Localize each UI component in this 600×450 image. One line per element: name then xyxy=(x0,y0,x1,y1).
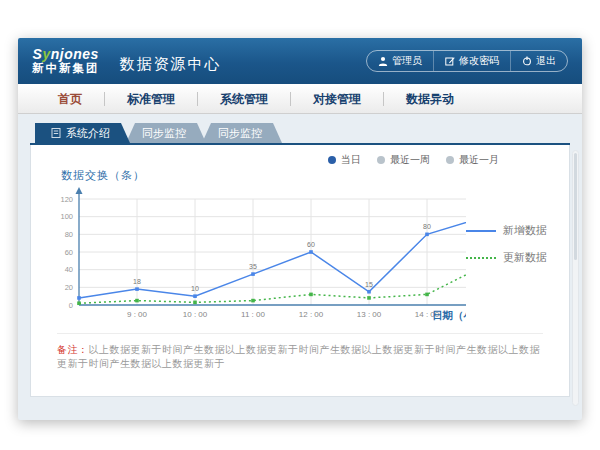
radio-label: 当日 xyxy=(341,153,361,167)
svg-text:80: 80 xyxy=(423,223,431,230)
nav-item-standard-mgmt[interactable]: 标准管理 xyxy=(104,92,197,106)
svg-text:40: 40 xyxy=(65,265,73,274)
chart-legend: 新增数据更新数据 xyxy=(466,223,555,265)
main-nav: 首页标准管理系统管理对接管理数据异动 xyxy=(18,84,582,114)
svg-text:12 : 00: 12 : 00 xyxy=(299,310,324,319)
legend-label: 更新数据 xyxy=(503,250,547,265)
user-icon xyxy=(378,56,388,66)
tab-sync-monitor-2[interactable]: 同步监控 xyxy=(202,123,282,143)
radio-today[interactable]: 当日 xyxy=(328,153,361,167)
svg-text:0: 0 xyxy=(69,301,73,310)
svg-text:13 : 00: 13 : 00 xyxy=(357,310,382,319)
content-area: 系统介绍同步监控同步监控 当日最近一周最近一月 数据交换（条） 02040608… xyxy=(18,114,582,420)
svg-text:日期（小时）: 日期（小时） xyxy=(432,309,466,322)
document-icon xyxy=(51,128,61,138)
radio-label: 最近一月 xyxy=(459,153,499,167)
svg-text:35: 35 xyxy=(249,263,257,270)
tab-label: 同步监控 xyxy=(142,123,186,143)
svg-text:20: 20 xyxy=(65,283,73,292)
legend-item-new-data: 新增数据 xyxy=(466,223,555,238)
svg-text:100: 100 xyxy=(60,212,73,221)
tab-label: 同步监控 xyxy=(218,123,262,143)
edit-icon xyxy=(445,56,455,66)
logo-subtitle: 新中新集团 xyxy=(32,62,100,75)
line-chart: 0204060801001209 : 0010 : 0011 : 0012 : … xyxy=(45,183,466,331)
user-button[interactable]: 管理员 xyxy=(367,51,433,71)
radio-dot xyxy=(328,156,336,164)
logo: Synjones 新中新集团 xyxy=(32,47,100,75)
svg-text:9 : 00: 9 : 00 xyxy=(127,310,148,319)
svg-text:10 : 00: 10 : 00 xyxy=(183,310,208,319)
legend-line-sample xyxy=(466,230,496,232)
chart-panel: 当日最近一周最近一月 数据交换（条） 0204060801001209 : 00… xyxy=(30,145,570,397)
logout-button[interactable]: 退出 xyxy=(510,51,567,71)
chart-row: 0204060801001209 : 0010 : 0011 : 0012 : … xyxy=(45,183,555,331)
svg-text:18: 18 xyxy=(133,278,141,285)
page-title: 数据资源中心 xyxy=(120,55,222,74)
svg-text:15: 15 xyxy=(365,281,373,288)
legend-label: 新增数据 xyxy=(503,223,547,238)
y-axis-title: 数据交换（条） xyxy=(61,168,555,183)
tab-sync-monitor-1[interactable]: 同步监控 xyxy=(126,123,206,143)
logo-wordmark: Synjones xyxy=(32,47,100,62)
svg-text:10: 10 xyxy=(191,285,199,292)
tab-system-intro[interactable]: 系统介绍 xyxy=(35,123,130,143)
svg-text:11 : 00: 11 : 00 xyxy=(241,310,265,319)
svg-text:60: 60 xyxy=(65,248,73,257)
radio-label: 最近一周 xyxy=(390,153,430,167)
radio-dot xyxy=(377,156,385,164)
tab-bar: 系统介绍同步监控同步监控 xyxy=(35,123,570,143)
nav-item-data-change[interactable]: 数据异动 xyxy=(383,92,476,106)
footnote-prefix: 备注： xyxy=(57,344,89,355)
power-icon xyxy=(522,56,532,66)
header: Synjones 新中新集团 数据资源中心 管理员 修改密码 退出 xyxy=(18,38,582,84)
change-password-button[interactable]: 修改密码 xyxy=(433,51,510,71)
svg-text:120: 120 xyxy=(60,195,73,204)
nav-item-integration-mgmt[interactable]: 对接管理 xyxy=(290,92,383,106)
radio-last-month[interactable]: 最近一月 xyxy=(446,153,499,167)
scrollbar[interactable] xyxy=(572,150,579,406)
radio-dot xyxy=(446,156,454,164)
svg-text:80: 80 xyxy=(65,230,73,239)
range-radio-group: 当日最近一周最近一月 xyxy=(45,152,555,168)
footnote: 备注：以上数据更新于时间产生数据以上数据更新于时间产生数据以上数据更新于时间产生… xyxy=(57,333,543,371)
nav-item-home[interactable]: 首页 xyxy=(36,92,104,106)
legend-line-sample xyxy=(466,257,496,259)
radio-last-week[interactable]: 最近一周 xyxy=(377,153,430,167)
scrollbar-thumb[interactable] xyxy=(574,153,577,260)
legend-item-updated-data: 更新数据 xyxy=(466,250,555,265)
footnote-text: 以上数据更新于时间产生数据以上数据更新于时间产生数据以上数据更新于时间产生数据以… xyxy=(57,344,540,369)
user-menu: 管理员 修改密码 退出 xyxy=(366,50,568,72)
tab-label: 系统介绍 xyxy=(66,123,110,143)
svg-text:60: 60 xyxy=(307,241,315,248)
nav-item-system-mgmt[interactable]: 系统管理 xyxy=(197,92,290,106)
app-window: Synjones 新中新集团 数据资源中心 管理员 修改密码 退出 首页标准管理… xyxy=(18,38,582,420)
